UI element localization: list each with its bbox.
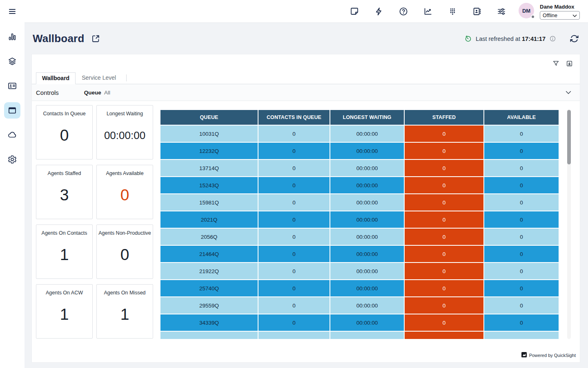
kpi-longest-waiting: Longest Waiting 00:00:00 xyxy=(96,105,153,159)
main-area: DM Dane Maddox Offline Wallboard xyxy=(24,0,588,368)
dashboard-footer: Powered by QuickSight xyxy=(32,348,580,362)
top-bar: DM Dane Maddox Offline xyxy=(24,0,588,23)
preferences-button[interactable] xyxy=(497,7,506,16)
kpi-agents-on-contacts: Agents On Contacts 1 xyxy=(36,224,93,279)
gear-icon xyxy=(7,155,17,164)
dialpad-icon xyxy=(448,7,457,16)
analytics-button[interactable] xyxy=(423,7,433,16)
note-icon xyxy=(350,7,359,16)
table-row: 15243Q000:00:0000 xyxy=(160,177,559,193)
page-title: Wallboard xyxy=(33,32,85,45)
external-link-icon[interactable] xyxy=(91,34,100,43)
bar-chart-icon xyxy=(7,32,17,42)
table-row: 2021Q000:00:0000 xyxy=(160,211,559,228)
agent-status-select[interactable]: Offline xyxy=(540,11,580,20)
table-scrollbar-track xyxy=(567,109,571,339)
col-staffed: STAFFED xyxy=(405,110,483,125)
tab-wallboard[interactable]: Wallboard xyxy=(36,72,76,84)
queue-table-container: QUEUE CONTACTS IN QUEUE LONGEST WAITING … xyxy=(160,109,559,339)
table-row: 13714Q000:00:0000 xyxy=(160,160,559,176)
dashboard-body: Contacts In Queue 0 Longest Waiting 00:0… xyxy=(32,101,580,348)
col-contacts-in-queue: CONTACTS IN QUEUE xyxy=(258,110,330,125)
kpi-value: 1 xyxy=(60,296,69,338)
lightning-icon xyxy=(374,7,384,16)
menu-button[interactable] xyxy=(0,0,24,23)
table-row: 12232Q000:00:0000 xyxy=(160,143,559,159)
kpi-value: 0 xyxy=(120,176,129,219)
sidebar-item-flows[interactable] xyxy=(0,49,24,74)
table-header-row: QUEUE CONTACTS IN QUEUE LONGEST WAITING … xyxy=(160,110,559,125)
col-available: AVAILABLE xyxy=(484,110,559,125)
table-row: 34339Q000:00:0000 xyxy=(160,314,559,331)
col-queue: QUEUE xyxy=(160,110,258,125)
kpi-grid: Contacts In Queue 0 Longest Waiting 00:0… xyxy=(36,105,153,339)
sheet-tabs: Wallboard Service Level xyxy=(32,72,580,84)
cloud-icon xyxy=(7,130,17,140)
kpi-contacts-in-queue: Contacts In Queue 0 xyxy=(36,105,93,159)
table-row: 21922Q000:00:0000 xyxy=(160,263,559,279)
kpi-value: 1 xyxy=(120,296,129,338)
presence-dot xyxy=(531,15,535,19)
sidebar-item-wallboard[interactable] xyxy=(0,98,24,123)
table-row: 25740Q000:00:0000 xyxy=(160,280,559,296)
line-chart-icon xyxy=(423,7,433,16)
sliders-icon xyxy=(497,7,506,16)
kpi-agents-non-productive: Agents Non-Productive 0 xyxy=(96,224,153,279)
kpi-value: 0 xyxy=(60,117,69,159)
kpi-value: 1 xyxy=(60,236,69,278)
queue-table: QUEUE CONTACTS IN QUEUE LONGEST WAITING … xyxy=(160,109,559,339)
refresh-button[interactable] xyxy=(570,34,579,43)
page-header: Wallboard Last refreshed at 17:41:17 xyxy=(24,23,588,54)
filter-funnel-icon[interactable] xyxy=(552,60,560,67)
agent-status-value: Offline xyxy=(543,13,557,18)
layers-icon xyxy=(7,56,17,66)
quicksight-logo-icon xyxy=(521,352,527,359)
queue-filter-value: All xyxy=(104,90,110,96)
note-button[interactable] xyxy=(350,7,359,16)
sidebar-item-settings[interactable] xyxy=(0,147,24,172)
dashboard-toolbar xyxy=(32,54,580,72)
table-row: 29559Q000:00:0000 xyxy=(160,297,559,314)
table-row: 10031Q000:00:0000 xyxy=(160,126,559,142)
app-root: DM Dane Maddox Offline Wallboard xyxy=(0,0,588,368)
kpi-agents-on-acw: Agents On ACW 1 xyxy=(36,284,93,339)
avatar[interactable]: DM xyxy=(519,3,534,18)
dialpad-button[interactable] xyxy=(448,7,457,16)
app-window-icon xyxy=(7,105,17,115)
kpi-agents-available: Agents Available 0 xyxy=(96,165,153,219)
user-box: DM Dane Maddox Offline xyxy=(519,3,580,20)
info-icon[interactable] xyxy=(549,35,556,42)
page-content: Wallboard Last refreshed at 17:41:17 xyxy=(24,23,588,368)
col-longest-waiting: LONGEST WAITING xyxy=(330,110,404,125)
tab-service-level[interactable]: Service Level xyxy=(76,72,122,84)
refresh-timer-icon xyxy=(464,35,472,43)
agent-directory-button[interactable] xyxy=(472,7,482,16)
controls-collapse-chevron[interactable] xyxy=(564,88,572,96)
table-row-partial xyxy=(160,332,559,339)
last-refreshed-time: 17:41:17 xyxy=(522,36,546,42)
table-scrollbar-thumb[interactable] xyxy=(567,110,571,164)
queue-filter-label: Queue xyxy=(84,90,101,96)
export-icon[interactable] xyxy=(566,60,573,67)
chevron-down-icon xyxy=(572,13,577,18)
id-card-icon xyxy=(7,81,17,91)
queue-filter[interactable]: Queue All xyxy=(84,90,110,96)
kpi-agents-staffed: Agents Staffed 3 xyxy=(36,165,93,219)
menu-icon xyxy=(7,7,17,16)
table-row: 15981Q000:00:0000 xyxy=(160,194,559,211)
kpi-value: 0 xyxy=(120,236,129,278)
kpi-value: 3 xyxy=(60,176,69,219)
table-row: 2056Q000:00:0000 xyxy=(160,229,559,245)
last-refreshed-text: Last refreshed at 17:41:17 xyxy=(476,36,546,42)
agent-directory-icon xyxy=(472,7,482,16)
dashboard-panel: Wallboard Service Level Controls Queue A… xyxy=(32,54,580,362)
help-button[interactable] xyxy=(399,7,408,16)
powered-by-label: Powered by QuickSight xyxy=(529,353,576,358)
quick-actions-button[interactable] xyxy=(374,7,384,16)
sidebar-item-metrics[interactable] xyxy=(0,25,24,49)
sidebar-item-agents[interactable] xyxy=(0,74,24,98)
sidebar-item-cloud[interactable] xyxy=(0,123,24,147)
table-row: 21464Q000:00:0000 xyxy=(160,246,559,262)
kpi-value: 00:00:00 xyxy=(104,117,145,159)
avatar-initials: DM xyxy=(522,8,530,14)
